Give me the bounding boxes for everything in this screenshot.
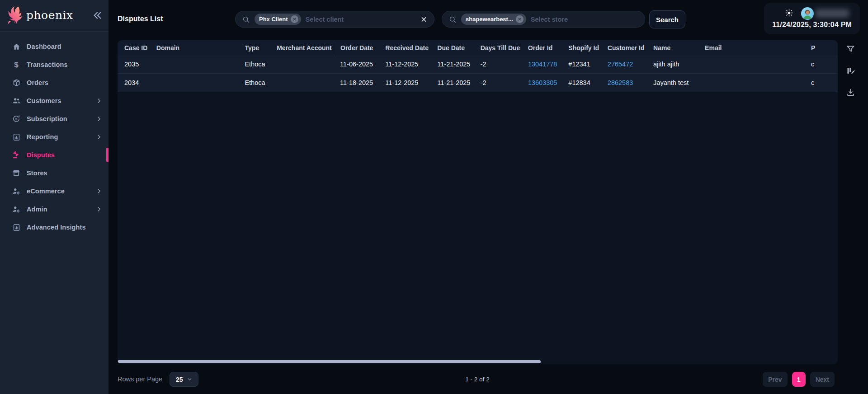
sun-icon [785, 9, 793, 17]
chart-icon [12, 223, 21, 232]
cell-order-id-link[interactable]: 13041778 [528, 61, 568, 68]
cell-clipped: c [811, 61, 838, 68]
clear-client-search-button[interactable] [420, 16, 427, 23]
sidebar-menu: Dashboard $ Transactions Orders [0, 38, 108, 236]
edit-columns-button[interactable] [844, 65, 856, 76]
page-number-button[interactable]: 1 [792, 372, 806, 387]
sidebar-item-advanced-insights[interactable]: Advanced Insights [0, 218, 108, 236]
refresh-dollar-icon: $ [12, 114, 21, 123]
sidebar-item-orders[interactable]: Orders [0, 74, 108, 92]
chip-remove-icon[interactable] [291, 15, 298, 23]
avatar[interactable] [801, 7, 814, 20]
sidebar-item-disputes[interactable]: Disputes [0, 146, 108, 164]
chip-remove-icon[interactable] [516, 15, 524, 23]
sidebar-item-reporting[interactable]: Reporting [0, 128, 108, 146]
store-chip[interactable]: shapewearbest... [461, 14, 526, 25]
sidebar-item-label: Dashboard [27, 43, 61, 50]
cell-customer-id-link[interactable]: 2862583 [608, 79, 653, 86]
svg-text:$: $ [15, 117, 18, 121]
main-content: Disputes List Phx Client Select client [108, 0, 868, 394]
chevron-right-icon [96, 206, 102, 212]
col-header-received-date: Received Date [385, 44, 437, 52]
user-gear-icon [12, 187, 21, 196]
client-search-input[interactable]: Phx Client Select client [235, 11, 434, 28]
gavel-icon [12, 150, 21, 159]
phoenix-logo-icon [5, 4, 24, 27]
store-search-input[interactable]: shapewearbest... Select store [442, 11, 645, 28]
columns-edit-icon [846, 66, 855, 75]
cell-due-date: 11-21-2025 [437, 61, 480, 68]
search-button[interactable]: Search [649, 10, 685, 28]
sidebar-item-label: Subscription [27, 115, 67, 122]
user-gear-icon [12, 205, 21, 214]
col-header-order-date: Order Date [333, 40, 385, 55]
info-card-top-row [764, 7, 860, 20]
sidebar-item-label: Admin [27, 206, 47, 213]
prev-page-button[interactable]: Prev [763, 372, 787, 387]
cell-received-date: 11-12-2025 [385, 79, 437, 86]
table-row: 2035 Ethoca 11-06-2025 11-12-2025 11-21-… [118, 55, 838, 74]
cell-email-redacted [705, 79, 811, 86]
sidebar-item-customers[interactable]: Customers [0, 92, 108, 110]
pagination: Prev 1 Next [763, 372, 835, 387]
cell-case-id: 2035 [124, 61, 156, 68]
users-icon [12, 96, 21, 105]
cell-type: Ethoca [245, 79, 277, 86]
col-header-days-till-due: Days Till Due [481, 44, 528, 52]
sidebar-item-ecommerce[interactable]: eCommerce [0, 182, 108, 200]
horizontal-scrollbar[interactable] [118, 360, 541, 363]
sidebar-item-dashboard[interactable]: Dashboard [0, 38, 108, 56]
cell-type: Ethoca [245, 61, 277, 68]
sidebar-collapse-button[interactable] [91, 9, 104, 22]
store-chip-label: shapewearbest... [466, 16, 513, 23]
cell-name: ajith ajith [653, 61, 705, 68]
download-button[interactable] [844, 86, 856, 98]
col-header-clipped: P [811, 44, 838, 52]
col-header-domain: Domain [156, 44, 245, 52]
client-chip[interactable]: Phx Client [255, 14, 301, 25]
chevron-right-icon [96, 188, 102, 194]
cell-customer-id-link[interactable]: 2765472 [608, 61, 653, 68]
rows-per-page-label: Rows per Page [118, 375, 162, 383]
col-header-email: Email [705, 44, 811, 52]
app-window: phoenix Dashboard $ Transactions [0, 0, 868, 394]
dollar-icon: $ [12, 60, 21, 69]
home-icon [12, 42, 21, 51]
cell-shopify-id: #12341 [568, 61, 608, 68]
report-icon [12, 132, 21, 141]
sidebar: phoenix Dashboard $ Transactions [0, 0, 108, 394]
theme-toggle-button[interactable] [785, 9, 793, 17]
funnel-icon [846, 44, 855, 54]
cell-name: Jayanth test [653, 79, 705, 86]
sidebar-item-stores[interactable]: Stores [0, 164, 108, 182]
current-datetime: 11/24/2025, 3:30:04 PM [764, 21, 860, 29]
sidebar-item-label: eCommerce [27, 188, 65, 195]
chevron-down-icon [187, 376, 193, 382]
rows-per-page-value: 25 [176, 376, 183, 383]
table-footer: Rows per Page 25 1 - 2 of 2 Prev 1 Next [108, 371, 868, 389]
cell-shopify-id: #12834 [568, 79, 608, 86]
disputes-table: Case ID Domain Type Merchant Account Ord… [118, 40, 838, 364]
sidebar-item-label: Disputes [27, 151, 55, 159]
search-icon [448, 15, 457, 23]
rows-per-page-select[interactable]: 25 [170, 372, 198, 387]
filter-button[interactable] [844, 43, 856, 55]
user-info-card: 11/24/2025, 3:30:04 PM [764, 3, 860, 34]
sidebar-item-label: Stores [27, 169, 47, 177]
cell-case-id: 2034 [124, 79, 156, 86]
client-chip-label: Phx Client [259, 16, 288, 23]
cell-days-till-due: -2 [481, 61, 528, 68]
next-page-button[interactable]: Next [810, 372, 835, 387]
brand-name: phoenix [26, 9, 73, 22]
sidebar-item-admin[interactable]: Admin [0, 200, 108, 218]
cell-order-id-link[interactable]: 13603305 [528, 79, 568, 86]
col-header-name: Name [653, 44, 705, 52]
col-header-order-id: Order Id [528, 44, 568, 52]
sidebar-item-subscription[interactable]: $ Subscription [0, 110, 108, 128]
storefront-icon [12, 169, 21, 178]
sidebar-item-transactions[interactable]: $ Transactions [0, 56, 108, 74]
sidebar-item-label: Reporting [27, 133, 58, 141]
cell-order-date: 11-18-2025 [333, 79, 385, 86]
package-icon [12, 78, 21, 87]
double-chevron-left-icon [93, 10, 103, 20]
